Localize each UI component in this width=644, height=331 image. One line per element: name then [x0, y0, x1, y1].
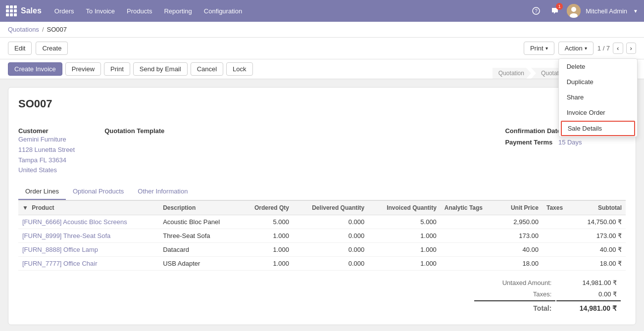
send-by-email-button[interactable]: Send by Email	[133, 62, 188, 76]
nav-reporting[interactable]: Reporting	[159, 5, 197, 17]
cell-product-2[interactable]: [FURN_8888] Office Lamp	[18, 243, 159, 257]
create-button[interactable]: Create	[36, 42, 68, 55]
action-share[interactable]: Share	[559, 90, 637, 105]
col-product: ▼ Product	[18, 201, 159, 215]
cell-taxes-0	[543, 215, 573, 229]
edit-button[interactable]: Edit	[8, 42, 32, 55]
action-dropdown-arrow: ▾	[585, 46, 587, 51]
col-analytic-tags: Analytic Tags	[441, 201, 498, 215]
pager-prev[interactable]: ‹	[613, 43, 623, 54]
nav-menu: Orders To Invoice Products Reporting Con…	[50, 5, 529, 17]
cell-subtotal-3: 18.00 ₹	[573, 257, 626, 271]
untaxed-value: 14,981.00 ₹	[556, 278, 621, 288]
action-duplicate[interactable]: Duplicate	[559, 74, 637, 90]
sort-arrow[interactable]: ▼	[22, 204, 28, 211]
action-delete[interactable]: Delete	[559, 59, 637, 74]
breadcrumb-parent[interactable]: Quotations	[8, 26, 39, 33]
status-quotation[interactable]: Quotation	[493, 68, 531, 79]
cell-invoiced-2: 1.000	[368, 243, 441, 257]
create-invoice-button[interactable]: Create Invoice	[8, 62, 62, 76]
nav-to-invoice[interactable]: To Invoice	[81, 5, 120, 17]
lock-button[interactable]: Lock	[226, 62, 252, 76]
totals-area: Untaxed Amount: 14,981.00 ₹ Taxes: 0.00 …	[18, 271, 626, 315]
chat-badge: 1	[556, 3, 563, 10]
grid-icon	[6, 5, 17, 16]
print-button[interactable]: Print ▾	[524, 42, 554, 55]
customer-address: Gemini Furniture 1128 Lunetta Street Tam…	[18, 135, 75, 176]
cell-ordered-2: 1.000	[240, 243, 293, 257]
svg-point-3	[571, 7, 576, 12]
cell-taxes-3	[543, 257, 573, 271]
cell-desc-3: USB Adapter	[159, 257, 240, 271]
breadcrumb: Quotations / SO007	[0, 22, 644, 38]
confirmation-date-label: Confirmation Date	[505, 127, 561, 135]
cell-product-1[interactable]: [FURN_8999] Three-Seat Sofa	[18, 229, 159, 243]
table-row: [FURN_6666] Acoustic Bloc Screens Acoust…	[18, 215, 626, 229]
customer-field: Customer Gemini Furniture 1128 Lunetta S…	[18, 127, 75, 176]
cell-product-0[interactable]: [FURN_6666] Acoustic Bloc Screens	[18, 215, 159, 229]
cell-taxes-1	[543, 229, 573, 243]
cell-desc-1: Three-Seat Sofa	[159, 229, 240, 243]
nav-products[interactable]: Products	[122, 5, 157, 17]
nav-configuration[interactable]: Configuration	[199, 5, 247, 17]
action-invoice-order[interactable]: Invoice Order	[559, 105, 637, 120]
customer-addr2: Tampa FL 33634	[18, 155, 75, 166]
customer-addr3: United States	[18, 165, 75, 176]
app-logo[interactable]: Sales	[6, 5, 42, 16]
total-value: 14,981.00 ₹	[556, 300, 621, 314]
totals-untaxed-row: Untaxed Amount: 14,981.00 ₹	[474, 278, 621, 288]
cell-delivered-2: 0.000	[293, 243, 368, 257]
nav-right: ? 1 Mitchell Admin ▼	[529, 4, 638, 18]
nav-orders[interactable]: Orders	[50, 5, 79, 17]
payment-terms-label: Payment Terms	[505, 139, 552, 146]
pager-next[interactable]: ›	[626, 43, 636, 54]
payment-terms-value[interactable]: 15 Days	[558, 139, 582, 146]
user-dropdown-arrow[interactable]: ▼	[633, 8, 638, 14]
document-fields: Customer Gemini Furniture 1128 Lunetta S…	[18, 127, 626, 176]
cell-invoiced-0: 5.000	[368, 215, 441, 229]
username[interactable]: Mitchell Admin	[586, 7, 627, 15]
col-taxes: Taxes	[543, 201, 573, 215]
cell-delivered-0: 0.000	[293, 215, 368, 229]
action-button[interactable]: Action ▾	[558, 42, 594, 55]
avatar[interactable]	[567, 4, 581, 18]
help-icon[interactable]: ?	[529, 4, 543, 18]
action-bar: Edit Create Print ▾ Action ▾ Delete Dupl…	[0, 38, 644, 59]
order-lines-table: ▼ Product Description Ordered Qty Delive…	[18, 200, 626, 271]
tab-order-lines[interactable]: Order Lines	[18, 184, 66, 200]
customer-name[interactable]: Gemini Furniture	[18, 135, 75, 145]
print-dropdown-arrow: ▾	[545, 46, 548, 51]
cell-price-0: 2,950.00	[498, 215, 543, 229]
document-card: SO007 ✎ 1 Invoices Customer Gemini Furni…	[8, 87, 636, 325]
col-ordered-qty: Ordered Qty	[240, 201, 293, 215]
chat-icon[interactable]: 1	[548, 4, 562, 18]
tab-other-information[interactable]: Other Information	[131, 184, 195, 200]
table-header-row: ▼ Product Description Ordered Qty Delive…	[18, 201, 626, 215]
totals-total-row: Total: 14,981.00 ₹	[474, 300, 621, 314]
breadcrumb-separator: /	[42, 26, 44, 33]
cancel-button[interactable]: Cancel	[191, 62, 223, 76]
payment-terms-field: Payment Terms 15 Days	[505, 139, 626, 146]
main-content: SO007 ✎ 1 Invoices Customer Gemini Furni…	[0, 79, 644, 331]
action-sale-details[interactable]: Sale Details	[561, 121, 635, 136]
table-body: [FURN_6666] Acoustic Bloc Screens Acoust…	[18, 215, 626, 271]
table-row: [FURN_8999] Three-Seat Sofa Three-Seat S…	[18, 229, 626, 243]
col-delivered-qty: Delivered Quantity	[293, 201, 368, 215]
toolbar: Create Invoice Preview Print Send by Ema…	[0, 59, 493, 79]
print-doc-button[interactable]: Print	[104, 62, 130, 76]
cell-price-2: 40.00	[498, 243, 543, 257]
cell-product-3[interactable]: [FURN_7777] Office Chair	[18, 257, 159, 271]
cell-tags-0	[441, 215, 498, 229]
quotation-template-label: Quotation Template	[104, 127, 164, 135]
quotation-template-field: Quotation Template	[104, 127, 164, 176]
untaxed-label: Untaxed Amount:	[474, 278, 555, 288]
preview-button[interactable]: Preview	[65, 62, 101, 76]
tab-optional-products[interactable]: Optional Products	[66, 184, 131, 200]
pager: 1 / 7 ‹ ›	[597, 43, 636, 54]
cell-ordered-1: 1.000	[240, 229, 293, 243]
cell-subtotal-1: 173.00 ₹	[573, 229, 626, 243]
totals-taxes-row: Taxes: 0.00 ₹	[474, 289, 621, 299]
top-navigation: Sales Orders To Invoice Products Reporti…	[0, 0, 644, 22]
cell-delivered-3: 0.000	[293, 257, 368, 271]
col-unit-price: Unit Price	[498, 201, 543, 215]
